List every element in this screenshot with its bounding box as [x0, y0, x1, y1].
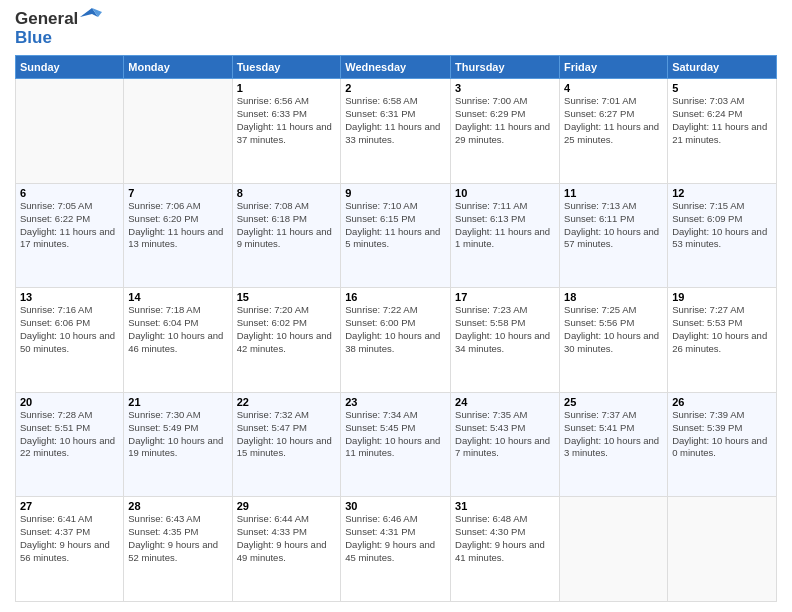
day-number: 8	[237, 187, 337, 199]
day-info: Sunrise: 6:43 AM Sunset: 4:35 PM Dayligh…	[128, 513, 227, 564]
day-number: 1	[237, 82, 337, 94]
calendar-cell: 3Sunrise: 7:00 AM Sunset: 6:29 PM Daylig…	[451, 79, 560, 184]
day-info: Sunrise: 7:39 AM Sunset: 5:39 PM Dayligh…	[672, 409, 772, 460]
day-number: 15	[237, 291, 337, 303]
day-info: Sunrise: 7:13 AM Sunset: 6:11 PM Dayligh…	[564, 200, 663, 251]
day-info: Sunrise: 7:37 AM Sunset: 5:41 PM Dayligh…	[564, 409, 663, 460]
day-info: Sunrise: 7:27 AM Sunset: 5:53 PM Dayligh…	[672, 304, 772, 355]
day-number: 26	[672, 396, 772, 408]
calendar-week-3: 13Sunrise: 7:16 AM Sunset: 6:06 PM Dayli…	[16, 288, 777, 393]
calendar-cell: 24Sunrise: 7:35 AM Sunset: 5:43 PM Dayli…	[451, 392, 560, 497]
day-info: Sunrise: 6:44 AM Sunset: 4:33 PM Dayligh…	[237, 513, 337, 564]
day-info: Sunrise: 7:20 AM Sunset: 6:02 PM Dayligh…	[237, 304, 337, 355]
day-number: 21	[128, 396, 227, 408]
day-info: Sunrise: 7:05 AM Sunset: 6:22 PM Dayligh…	[20, 200, 119, 251]
day-info: Sunrise: 6:56 AM Sunset: 6:33 PM Dayligh…	[237, 95, 337, 146]
calendar-week-5: 27Sunrise: 6:41 AM Sunset: 4:37 PM Dayli…	[16, 497, 777, 602]
weekday-header-wednesday: Wednesday	[341, 56, 451, 79]
weekday-header-tuesday: Tuesday	[232, 56, 341, 79]
day-number: 18	[564, 291, 663, 303]
day-info: Sunrise: 7:00 AM Sunset: 6:29 PM Dayligh…	[455, 95, 555, 146]
calendar-cell: 8Sunrise: 7:08 AM Sunset: 6:18 PM Daylig…	[232, 183, 341, 288]
calendar-cell	[124, 79, 232, 184]
calendar-cell: 20Sunrise: 7:28 AM Sunset: 5:51 PM Dayli…	[16, 392, 124, 497]
calendar-body: 1Sunrise: 6:56 AM Sunset: 6:33 PM Daylig…	[16, 79, 777, 602]
day-number: 16	[345, 291, 446, 303]
day-number: 17	[455, 291, 555, 303]
day-info: Sunrise: 6:58 AM Sunset: 6:31 PM Dayligh…	[345, 95, 446, 146]
header: General Blue	[15, 10, 777, 47]
calendar-cell: 15Sunrise: 7:20 AM Sunset: 6:02 PM Dayli…	[232, 288, 341, 393]
calendar-cell: 17Sunrise: 7:23 AM Sunset: 5:58 PM Dayli…	[451, 288, 560, 393]
day-info: Sunrise: 7:25 AM Sunset: 5:56 PM Dayligh…	[564, 304, 663, 355]
calendar-week-2: 6Sunrise: 7:05 AM Sunset: 6:22 PM Daylig…	[16, 183, 777, 288]
day-info: Sunrise: 6:41 AM Sunset: 4:37 PM Dayligh…	[20, 513, 119, 564]
calendar-cell: 29Sunrise: 6:44 AM Sunset: 4:33 PM Dayli…	[232, 497, 341, 602]
calendar-table: SundayMondayTuesdayWednesdayThursdayFrid…	[15, 55, 777, 602]
calendar-cell: 5Sunrise: 7:03 AM Sunset: 6:24 PM Daylig…	[668, 79, 777, 184]
page: General Blue SundayMondayTuesdayWednesda…	[0, 0, 792, 612]
day-number: 31	[455, 500, 555, 512]
weekday-header-friday: Friday	[560, 56, 668, 79]
logo: General Blue	[15, 10, 102, 47]
logo-bird-icon	[80, 8, 102, 26]
calendar-cell	[668, 497, 777, 602]
calendar-cell: 1Sunrise: 6:56 AM Sunset: 6:33 PM Daylig…	[232, 79, 341, 184]
day-info: Sunrise: 7:01 AM Sunset: 6:27 PM Dayligh…	[564, 95, 663, 146]
day-number: 14	[128, 291, 227, 303]
calendar-cell: 25Sunrise: 7:37 AM Sunset: 5:41 PM Dayli…	[560, 392, 668, 497]
day-number: 29	[237, 500, 337, 512]
day-number: 22	[237, 396, 337, 408]
day-info: Sunrise: 7:23 AM Sunset: 5:58 PM Dayligh…	[455, 304, 555, 355]
weekday-header-thursday: Thursday	[451, 56, 560, 79]
day-info: Sunrise: 7:03 AM Sunset: 6:24 PM Dayligh…	[672, 95, 772, 146]
calendar-cell: 7Sunrise: 7:06 AM Sunset: 6:20 PM Daylig…	[124, 183, 232, 288]
day-info: Sunrise: 7:34 AM Sunset: 5:45 PM Dayligh…	[345, 409, 446, 460]
day-number: 3	[455, 82, 555, 94]
day-number: 28	[128, 500, 227, 512]
day-number: 23	[345, 396, 446, 408]
calendar-cell	[560, 497, 668, 602]
day-number: 20	[20, 396, 119, 408]
calendar-cell: 4Sunrise: 7:01 AM Sunset: 6:27 PM Daylig…	[560, 79, 668, 184]
day-info: Sunrise: 7:22 AM Sunset: 6:00 PM Dayligh…	[345, 304, 446, 355]
day-info: Sunrise: 7:06 AM Sunset: 6:20 PM Dayligh…	[128, 200, 227, 251]
day-number: 19	[672, 291, 772, 303]
calendar-cell: 13Sunrise: 7:16 AM Sunset: 6:06 PM Dayli…	[16, 288, 124, 393]
day-info: Sunrise: 7:30 AM Sunset: 5:49 PM Dayligh…	[128, 409, 227, 460]
day-info: Sunrise: 7:18 AM Sunset: 6:04 PM Dayligh…	[128, 304, 227, 355]
calendar-cell: 2Sunrise: 6:58 AM Sunset: 6:31 PM Daylig…	[341, 79, 451, 184]
day-number: 12	[672, 187, 772, 199]
day-number: 25	[564, 396, 663, 408]
calendar-cell: 28Sunrise: 6:43 AM Sunset: 4:35 PM Dayli…	[124, 497, 232, 602]
calendar-cell	[16, 79, 124, 184]
day-number: 2	[345, 82, 446, 94]
day-info: Sunrise: 7:35 AM Sunset: 5:43 PM Dayligh…	[455, 409, 555, 460]
day-number: 30	[345, 500, 446, 512]
calendar-cell: 14Sunrise: 7:18 AM Sunset: 6:04 PM Dayli…	[124, 288, 232, 393]
weekday-header-row: SundayMondayTuesdayWednesdayThursdayFrid…	[16, 56, 777, 79]
day-info: Sunrise: 7:15 AM Sunset: 6:09 PM Dayligh…	[672, 200, 772, 251]
day-number: 4	[564, 82, 663, 94]
logo-general: General	[15, 10, 78, 29]
day-number: 7	[128, 187, 227, 199]
calendar-cell: 19Sunrise: 7:27 AM Sunset: 5:53 PM Dayli…	[668, 288, 777, 393]
calendar-cell: 22Sunrise: 7:32 AM Sunset: 5:47 PM Dayli…	[232, 392, 341, 497]
logo-blue: Blue	[15, 29, 102, 48]
day-number: 10	[455, 187, 555, 199]
day-info: Sunrise: 7:08 AM Sunset: 6:18 PM Dayligh…	[237, 200, 337, 251]
day-number: 9	[345, 187, 446, 199]
weekday-header-sunday: Sunday	[16, 56, 124, 79]
calendar-cell: 26Sunrise: 7:39 AM Sunset: 5:39 PM Dayli…	[668, 392, 777, 497]
calendar-cell: 30Sunrise: 6:46 AM Sunset: 4:31 PM Dayli…	[341, 497, 451, 602]
weekday-header-saturday: Saturday	[668, 56, 777, 79]
calendar-cell: 6Sunrise: 7:05 AM Sunset: 6:22 PM Daylig…	[16, 183, 124, 288]
day-number: 27	[20, 500, 119, 512]
logo-container: General Blue	[15, 10, 102, 47]
calendar-cell: 27Sunrise: 6:41 AM Sunset: 4:37 PM Dayli…	[16, 497, 124, 602]
calendar-cell: 12Sunrise: 7:15 AM Sunset: 6:09 PM Dayli…	[668, 183, 777, 288]
day-number: 6	[20, 187, 119, 199]
calendar-cell: 23Sunrise: 7:34 AM Sunset: 5:45 PM Dayli…	[341, 392, 451, 497]
day-info: Sunrise: 7:16 AM Sunset: 6:06 PM Dayligh…	[20, 304, 119, 355]
calendar-week-4: 20Sunrise: 7:28 AM Sunset: 5:51 PM Dayli…	[16, 392, 777, 497]
